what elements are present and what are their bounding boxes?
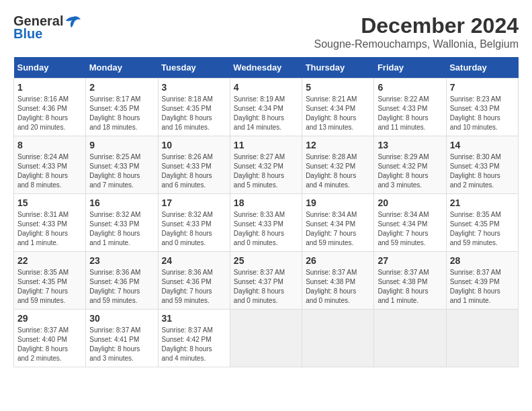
day-number: 31 <box>162 313 226 324</box>
table-row: 2Sunrise: 8:17 AM Sunset: 4:35 PM Daylig… <box>86 79 158 136</box>
day-number: 10 <box>162 140 226 150</box>
day-info: Sunrise: 8:37 AM Sunset: 4:40 PM Dayligh… <box>17 326 82 363</box>
day-number: 30 <box>89 313 154 324</box>
calendar-week-row: 22Sunrise: 8:35 AM Sunset: 4:35 PM Dayli… <box>14 252 519 310</box>
table-row: 17Sunrise: 8:32 AM Sunset: 4:33 PM Dayli… <box>158 194 230 252</box>
day-info: Sunrise: 8:36 AM Sunset: 4:36 PM Dayligh… <box>89 268 154 306</box>
col-sunday: Sunday <box>14 57 86 79</box>
table-row: 30Sunrise: 8:37 AM Sunset: 4:41 PM Dayli… <box>86 310 158 367</box>
day-number: 3 <box>162 82 226 93</box>
table-row <box>230 310 302 367</box>
table-row: 6Sunrise: 8:22 AM Sunset: 4:33 PM Daylig… <box>374 79 446 136</box>
day-number: 11 <box>234 140 298 150</box>
day-number: 14 <box>450 140 515 150</box>
day-info: Sunrise: 8:25 AM Sunset: 4:33 PM Dayligh… <box>89 152 154 190</box>
day-number: 20 <box>378 197 442 208</box>
table-row: 8Sunrise: 8:24 AM Sunset: 4:33 PM Daylig… <box>14 136 86 194</box>
calendar-week-row: 8Sunrise: 8:24 AM Sunset: 4:33 PM Daylig… <box>14 136 519 194</box>
table-row <box>446 310 518 367</box>
col-friday: Friday <box>374 57 446 79</box>
day-number: 24 <box>162 255 226 266</box>
table-row: 13Sunrise: 8:29 AM Sunset: 4:32 PM Dayli… <box>374 136 446 194</box>
table-row <box>302 310 374 367</box>
table-row: 7Sunrise: 8:23 AM Sunset: 4:33 PM Daylig… <box>446 79 518 136</box>
day-info: Sunrise: 8:32 AM Sunset: 4:33 PM Dayligh… <box>89 210 154 248</box>
table-row <box>374 310 446 367</box>
day-info: Sunrise: 8:37 AM Sunset: 4:42 PM Dayligh… <box>162 326 226 363</box>
title-section: December 2024 Sougne-Remouchamps, Wallon… <box>314 13 519 50</box>
table-row: 25Sunrise: 8:37 AM Sunset: 4:37 PM Dayli… <box>230 252 302 310</box>
day-info: Sunrise: 8:37 AM Sunset: 4:38 PM Dayligh… <box>306 268 370 306</box>
day-info: Sunrise: 8:37 AM Sunset: 4:37 PM Dayligh… <box>234 268 298 306</box>
table-row: 26Sunrise: 8:37 AM Sunset: 4:38 PM Dayli… <box>302 252 374 310</box>
col-monday: Monday <box>86 57 158 79</box>
day-number: 28 <box>450 255 515 266</box>
day-info: Sunrise: 8:22 AM Sunset: 4:33 PM Dayligh… <box>378 95 442 132</box>
day-number: 26 <box>306 255 370 266</box>
table-row: 4Sunrise: 8:19 AM Sunset: 4:34 PM Daylig… <box>230 79 302 136</box>
table-row: 15Sunrise: 8:31 AM Sunset: 4:33 PM Dayli… <box>14 194 86 252</box>
table-row: 21Sunrise: 8:35 AM Sunset: 4:35 PM Dayli… <box>446 194 518 252</box>
day-number: 6 <box>378 82 442 93</box>
day-info: Sunrise: 8:19 AM Sunset: 4:34 PM Dayligh… <box>234 95 298 132</box>
day-info: Sunrise: 8:28 AM Sunset: 4:32 PM Dayligh… <box>306 152 370 190</box>
day-number: 19 <box>306 197 370 208</box>
day-info: Sunrise: 8:35 AM Sunset: 4:35 PM Dayligh… <box>450 210 515 248</box>
day-number: 29 <box>17 313 82 324</box>
calendar-header-row: Sunday Monday Tuesday Wednesday Thursday… <box>14 57 519 79</box>
day-number: 7 <box>450 82 515 93</box>
day-info: Sunrise: 8:35 AM Sunset: 4:35 PM Dayligh… <box>17 268 82 306</box>
day-info: Sunrise: 8:16 AM Sunset: 4:36 PM Dayligh… <box>17 95 82 132</box>
table-row: 16Sunrise: 8:32 AM Sunset: 4:33 PM Dayli… <box>86 194 158 252</box>
day-number: 23 <box>89 255 154 266</box>
table-row: 14Sunrise: 8:30 AM Sunset: 4:33 PM Dayli… <box>446 136 518 194</box>
day-number: 15 <box>17 197 82 208</box>
day-info: Sunrise: 8:37 AM Sunset: 4:41 PM Dayligh… <box>89 326 154 363</box>
calendar-title: December 2024 <box>314 13 519 38</box>
day-info: Sunrise: 8:31 AM Sunset: 4:33 PM Dayligh… <box>17 210 82 248</box>
table-row: 29Sunrise: 8:37 AM Sunset: 4:40 PM Dayli… <box>14 310 86 367</box>
day-info: Sunrise: 8:21 AM Sunset: 4:34 PM Dayligh… <box>306 95 370 132</box>
col-wednesday: Wednesday <box>230 57 302 79</box>
day-number: 27 <box>378 255 442 266</box>
logo-bird-icon <box>66 15 81 28</box>
day-info: Sunrise: 8:29 AM Sunset: 4:32 PM Dayligh… <box>378 152 442 190</box>
day-info: Sunrise: 8:18 AM Sunset: 4:35 PM Dayligh… <box>162 95 226 132</box>
table-row: 10Sunrise: 8:26 AM Sunset: 4:33 PM Dayli… <box>158 136 230 194</box>
day-number: 12 <box>306 140 370 150</box>
day-info: Sunrise: 8:37 AM Sunset: 4:38 PM Dayligh… <box>378 268 442 306</box>
page-header: General Blue December 2024 Sougne-Remouc… <box>13 13 519 50</box>
day-number: 18 <box>234 197 298 208</box>
day-info: Sunrise: 8:37 AM Sunset: 4:39 PM Dayligh… <box>450 268 515 306</box>
table-row: 24Sunrise: 8:36 AM Sunset: 4:36 PM Dayli… <box>158 252 230 310</box>
day-info: Sunrise: 8:27 AM Sunset: 4:32 PM Dayligh… <box>234 152 298 190</box>
calendar-subtitle: Sougne-Remouchamps, Wallonia, Belgium <box>314 38 519 50</box>
table-row: 1Sunrise: 8:16 AM Sunset: 4:36 PM Daylig… <box>14 79 86 136</box>
table-row: 23Sunrise: 8:36 AM Sunset: 4:36 PM Dayli… <box>86 252 158 310</box>
table-row: 9Sunrise: 8:25 AM Sunset: 4:33 PM Daylig… <box>86 136 158 194</box>
day-number: 1 <box>17 82 82 93</box>
table-row: 20Sunrise: 8:34 AM Sunset: 4:34 PM Dayli… <box>374 194 446 252</box>
day-info: Sunrise: 8:34 AM Sunset: 4:34 PM Dayligh… <box>306 210 370 248</box>
day-number: 9 <box>89 140 154 150</box>
col-saturday: Saturday <box>446 57 518 79</box>
day-number: 13 <box>378 140 442 150</box>
day-number: 8 <box>17 140 82 150</box>
calendar-week-row: 29Sunrise: 8:37 AM Sunset: 4:40 PM Dayli… <box>14 310 519 367</box>
day-info: Sunrise: 8:24 AM Sunset: 4:33 PM Dayligh… <box>17 152 82 190</box>
table-row: 18Sunrise: 8:33 AM Sunset: 4:33 PM Dayli… <box>230 194 302 252</box>
day-number: 21 <box>450 197 515 208</box>
day-number: 2 <box>89 82 154 93</box>
logo-blue-text: Blue <box>13 26 42 42</box>
table-row: 31Sunrise: 8:37 AM Sunset: 4:42 PM Dayli… <box>158 310 230 367</box>
day-info: Sunrise: 8:26 AM Sunset: 4:33 PM Dayligh… <box>162 152 226 190</box>
table-row: 3Sunrise: 8:18 AM Sunset: 4:35 PM Daylig… <box>158 79 230 136</box>
day-number: 17 <box>162 197 226 208</box>
calendar-table: Sunday Monday Tuesday Wednesday Thursday… <box>13 57 519 367</box>
col-thursday: Thursday <box>302 57 374 79</box>
col-tuesday: Tuesday <box>158 57 230 79</box>
logo: General Blue <box>13 13 81 42</box>
table-row: 5Sunrise: 8:21 AM Sunset: 4:34 PM Daylig… <box>302 79 374 136</box>
table-row: 22Sunrise: 8:35 AM Sunset: 4:35 PM Dayli… <box>14 252 86 310</box>
table-row: 27Sunrise: 8:37 AM Sunset: 4:38 PM Dayli… <box>374 252 446 310</box>
